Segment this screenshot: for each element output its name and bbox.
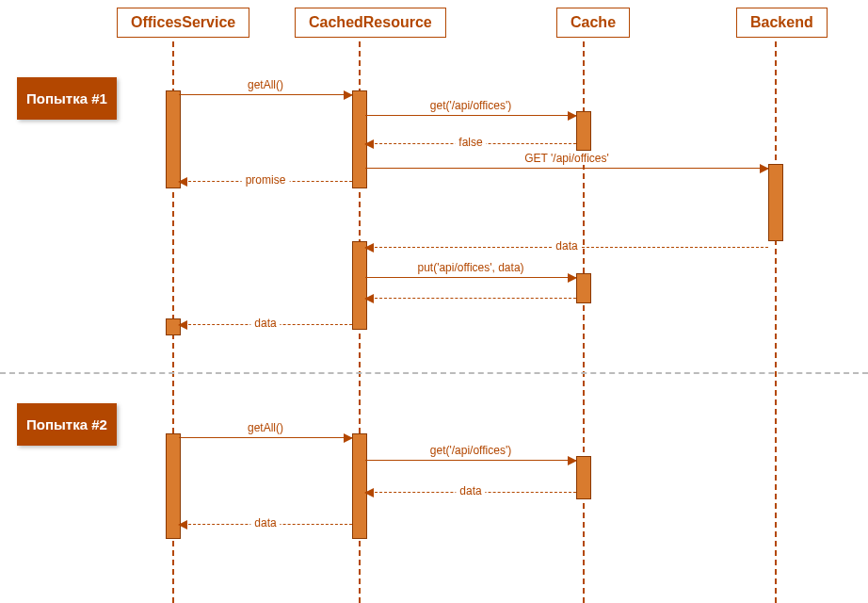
activation-cached-a1-bottom bbox=[352, 241, 367, 330]
msg-data-to-offices-a2: data bbox=[179, 524, 352, 525]
msg-data-from-backend-a1-label: data bbox=[552, 239, 581, 253]
msg-promise-a1: promise bbox=[179, 181, 352, 182]
lifeline-backend bbox=[775, 41, 777, 603]
msg-put-api-a1-label: put('api/offices', data) bbox=[413, 261, 527, 274]
msg-data-from-backend-a1: data bbox=[365, 247, 768, 248]
activation-cache-a1-get bbox=[576, 111, 591, 151]
attempt-2-badge: Попытка #2 bbox=[17, 403, 117, 446]
msg-data-to-offices-a1-label: data bbox=[250, 317, 280, 330]
msg-false-a1-label: false bbox=[455, 136, 486, 149]
msg-getall-a2-label: getAll() bbox=[244, 421, 287, 434]
msg-put-api-a1: put('api/offices', data) bbox=[365, 277, 576, 278]
msg-data-from-cache-a2: data bbox=[365, 492, 576, 493]
msg-data-to-offices-a2-label: data bbox=[250, 516, 280, 530]
msg-getall-a2: getAll() bbox=[179, 437, 352, 438]
msg-promise-a1-label: promise bbox=[242, 173, 290, 187]
participant-cache: Cache bbox=[556, 8, 630, 38]
activation-cached-a2 bbox=[352, 433, 367, 539]
msg-data-from-cache-a2-label: data bbox=[456, 484, 485, 497]
section-divider bbox=[0, 372, 868, 374]
msg-getall-a1: getAll() bbox=[179, 94, 352, 95]
msg-get-api-a2: get('/api/offices') bbox=[365, 460, 576, 461]
activation-cache-a2 bbox=[576, 456, 591, 499]
msg-data-to-offices-a1: data bbox=[179, 324, 352, 325]
msg-get-api-a1: get('/api/offices') bbox=[365, 115, 576, 116]
msg-http-get-a1: GET '/api/offices' bbox=[365, 168, 768, 169]
msg-get-api-a1-label: get('/api/offices') bbox=[426, 99, 515, 112]
participant-offices-service: OfficesService bbox=[117, 8, 249, 38]
activation-backend-a1 bbox=[768, 164, 783, 241]
activation-offices-a1 bbox=[166, 90, 181, 188]
msg-get-api-a2-label: get('/api/offices') bbox=[426, 444, 515, 457]
attempt-1-badge: Попытка #1 bbox=[17, 77, 117, 120]
activation-cache-a1-put bbox=[576, 273, 591, 303]
msg-getall-a1-label: getAll() bbox=[244, 78, 287, 91]
participant-cached-resource: CachedResource bbox=[295, 8, 446, 38]
msg-put-return-a1 bbox=[365, 298, 576, 299]
participant-backend: Backend bbox=[736, 8, 828, 38]
msg-http-get-a1-label: GET '/api/offices' bbox=[521, 152, 613, 165]
msg-false-a1: false bbox=[365, 143, 576, 144]
